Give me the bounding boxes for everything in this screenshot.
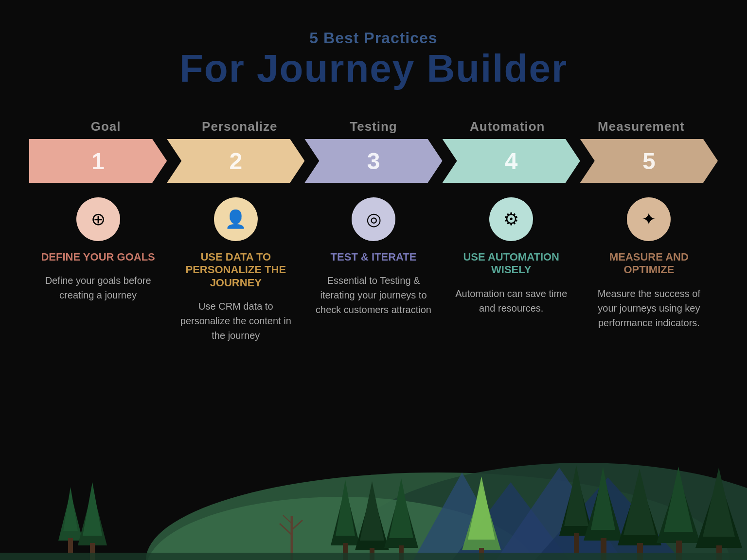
- icon-cell-2: 👤: [167, 197, 304, 241]
- content-cell-4: USE AUTOMATION WISELYAutomation can save…: [443, 251, 580, 343]
- content-text-2: Use CRM data to personalize the content …: [177, 299, 295, 343]
- content-title-1: DEFINE YOUR GOALS: [39, 251, 157, 263]
- step-label-1: Goal: [39, 119, 173, 134]
- content-title-3: TEST & ITERATE: [314, 251, 432, 263]
- content-cell-2: USE DATA TO PERSONALIZE THE JOURNEYUse C…: [167, 251, 304, 343]
- icon-cell-4: ⚙: [443, 197, 580, 241]
- content-cell-1: DEFINE YOUR GOALSDefine your goals befor…: [29, 251, 167, 343]
- svg-marker-11: [83, 482, 102, 536]
- arrow-step-5: 5: [580, 139, 718, 183]
- svg-rect-9: [68, 538, 73, 553]
- steps-labels-row: GoalPersonalizeTestingAutomationMeasurem…: [0, 119, 747, 134]
- content-text-5: Measure the success of your journeys usi…: [590, 286, 708, 330]
- svg-rect-24: [574, 533, 579, 553]
- step-label-3: Testing: [306, 119, 440, 134]
- step-label-2: Personalize: [173, 119, 306, 134]
- svg-marker-8: [63, 487, 78, 531]
- icon-cell-1: ⊕: [29, 197, 167, 241]
- arrow-step-2: 2: [167, 139, 304, 183]
- icon-circle-2: 👤: [214, 197, 258, 241]
- content-title-5: MEASURE AND OPTIMIZE: [590, 251, 708, 277]
- icon-cell-5: ✦: [580, 197, 718, 241]
- content-cell-5: MEASURE AND OPTIMIZEMeasure the success …: [580, 251, 718, 343]
- content-cell-3: TEST & ITERATEEssential to Testing & ite…: [304, 251, 442, 343]
- arrow-step-4: 4: [443, 139, 580, 183]
- icon-cell-3: ◎: [304, 197, 442, 241]
- arrows-row: 12345: [0, 139, 747, 183]
- svg-rect-44: [0, 553, 747, 560]
- icon-circle-3: ◎: [352, 197, 395, 241]
- icon-circle-4: ⚙: [489, 197, 533, 241]
- icons-row: ⊕👤◎⚙✦: [0, 197, 747, 241]
- content-text-1: Define your goals before creating a jour…: [39, 273, 157, 302]
- arrow-step-1: 1: [29, 139, 167, 183]
- content-text-4: Automation can save time and resources.: [452, 286, 570, 315]
- content-title-2: USE DATA TO PERSONALIZE THE JOURNEY: [177, 251, 295, 289]
- step-label-4: Automation: [441, 119, 574, 134]
- header-subtitle: 5 Best Practices: [0, 29, 747, 47]
- header: 5 Best Practices For Journey Builder: [0, 0, 747, 105]
- content-text-3: Essential to Testing & iterating your jo…: [314, 273, 432, 317]
- content-row: DEFINE YOUR GOALSDefine your goals befor…: [0, 251, 747, 343]
- icon-circle-5: ✦: [627, 197, 671, 241]
- icon-circle-1: ⊕: [76, 197, 120, 241]
- arrow-step-3: 3: [304, 139, 442, 183]
- header-title: For Journey Builder: [0, 47, 747, 90]
- landscape-decoration: [0, 404, 747, 560]
- step-label-5: Measurement: [574, 119, 708, 134]
- content-title-4: USE AUTOMATION WISELY: [452, 251, 570, 277]
